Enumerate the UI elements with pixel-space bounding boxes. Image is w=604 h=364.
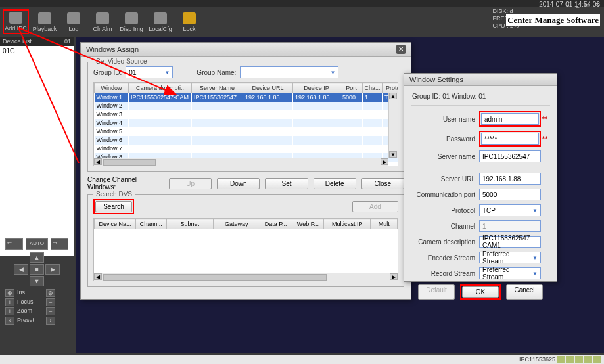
window-table[interactable]: Window Camera descripti.. Server Name De… xyxy=(93,82,398,166)
up-button[interactable]: Up xyxy=(169,178,212,189)
ptz-right-button[interactable]: ▶ xyxy=(45,264,60,275)
iris-open-button[interactable]: ⊕ xyxy=(5,289,14,297)
main-toolbar: Add IPC Playback Log Clr Alm Disp Img Lo… xyxy=(3,9,202,34)
table-row[interactable]: Window 7 xyxy=(95,145,399,153)
tray-icon[interactable] xyxy=(557,356,565,363)
device-list-item[interactable]: 01G xyxy=(3,47,15,55)
ok-button[interactable]: OK xyxy=(462,286,499,298)
table-row[interactable]: Window 6 xyxy=(95,136,399,145)
lock-button[interactable]: Lock xyxy=(176,9,202,34)
window-settings-title: Window Settings xyxy=(409,76,463,83)
password-input[interactable]: ***** xyxy=(481,133,539,145)
focus-plus-button[interactable]: + xyxy=(5,298,14,306)
close-button[interactable]: Close xyxy=(361,178,404,189)
clear-alarm-button[interactable]: Clr Alm xyxy=(89,9,116,34)
ptz-left-button[interactable]: ◀ xyxy=(14,264,28,275)
table-row[interactable]: Window 3 xyxy=(95,110,399,119)
device-list-header: Device List01 xyxy=(0,37,74,46)
ptz-center-button[interactable]: ■ xyxy=(30,264,44,275)
playback-icon xyxy=(38,12,51,24)
windows-assign-title: Windows Assign xyxy=(86,45,139,53)
add-ipc-button[interactable]: Add IPC xyxy=(3,9,29,34)
cancel-button[interactable]: Cancel xyxy=(506,284,543,300)
zoom-in-button[interactable]: + xyxy=(5,307,14,315)
record-stream-select[interactable]: Preferred Stream▼ xyxy=(479,267,541,279)
server-name-input[interactable]: IPC1155362547 xyxy=(479,150,541,162)
protocol-select[interactable]: TCP▼ xyxy=(479,204,541,216)
device-list[interactable]: 01G xyxy=(0,46,74,256)
zoom-out-button[interactable]: − xyxy=(46,307,55,315)
ptz-down-button[interactable]: ▼ xyxy=(30,276,44,286)
set-button[interactable]: Set xyxy=(265,178,308,189)
app-title: Center Manage Software xyxy=(506,14,600,26)
group-name-select[interactable]: ▼ xyxy=(240,66,338,78)
required-icon: ** xyxy=(542,116,550,123)
group-id-label: Group ID: xyxy=(93,69,122,76)
status-bar: IPC11553625 xyxy=(0,355,604,364)
tray-icon[interactable] xyxy=(593,356,601,363)
local-config-icon xyxy=(154,12,167,24)
ptz-prev-button[interactable]: ← xyxy=(5,238,23,250)
dvs-table[interactable]: Device Na... Chann... Subnet Gateway Dat… xyxy=(93,218,398,281)
log-button[interactable]: Log xyxy=(60,9,87,34)
focus-minus-button[interactable]: − xyxy=(46,298,55,306)
channel-input: 1 xyxy=(479,220,541,232)
windows-assign-dialog: Windows Assign ✕ Set Video Source Group … xyxy=(80,42,411,300)
window-settings-titlebar[interactable]: Window Settings xyxy=(404,74,557,86)
chevron-down-icon: ▼ xyxy=(532,255,538,261)
clock: 2014-07-01 14:54:06 xyxy=(539,1,600,8)
ptz-up-button[interactable]: ▲ xyxy=(30,252,44,263)
group-id-select[interactable]: 01▼ xyxy=(126,66,173,78)
search-dvs-legend: Search DVS xyxy=(93,191,135,198)
table-row[interactable]: Window 2 xyxy=(95,102,399,110)
tray-icon[interactable] xyxy=(584,356,592,363)
clear-alarm-icon xyxy=(96,12,109,24)
server-url-input[interactable]: 192.168.1.88 xyxy=(479,173,541,185)
user-name-input[interactable]: admin xyxy=(481,113,539,125)
status-device: IPC11553625 xyxy=(519,356,555,363)
window-settings-header: Group ID: 01 Window: 01 xyxy=(411,91,550,106)
ptz-panel: ←AUTO→ ▲ ◀■▶ ▼ ⊕Iris⊖ +Focus− +Zoom− ‹Pr… xyxy=(5,238,68,326)
preset-next-button[interactable]: › xyxy=(46,317,55,325)
change-channel-windows-label: Change Channel Windows: xyxy=(87,176,164,191)
add-ipc-icon xyxy=(9,12,22,24)
required-icon: ** xyxy=(542,135,550,143)
ptz-auto-button[interactable]: AUTO xyxy=(26,238,48,250)
camera-description-input[interactable]: IPC1155362547-CAM1 xyxy=(479,236,541,248)
preset-prev-button[interactable]: ‹ xyxy=(5,317,14,325)
window-settings-dialog: Window Settings Group ID: 01 Window: 01 … xyxy=(404,73,557,282)
close-icon[interactable]: ✕ xyxy=(396,45,406,54)
tray-icon[interactable] xyxy=(566,356,574,363)
set-video-source-legend: Set Video Source xyxy=(93,58,150,65)
horizontal-scrollbar[interactable]: ◀▶ xyxy=(94,158,388,166)
chevron-down-icon: ▼ xyxy=(532,208,538,214)
down-button[interactable]: Down xyxy=(217,178,260,189)
chevron-down-icon: ▼ xyxy=(330,70,335,76)
table-row[interactable]: Window 1IPC1155362547-CAMIPC115536254719… xyxy=(95,93,399,102)
local-config-button[interactable]: LocalCfg xyxy=(147,9,174,34)
display-image-icon xyxy=(125,12,138,24)
table-row[interactable]: Window 4 xyxy=(95,119,399,127)
comm-port-input[interactable]: 5000 xyxy=(479,189,541,200)
add-button[interactable]: Add xyxy=(352,201,398,212)
playback-button[interactable]: Playback xyxy=(32,9,58,34)
search-button[interactable]: Search xyxy=(95,201,132,212)
chevron-down-icon: ▼ xyxy=(164,70,170,76)
delete-button[interactable]: Delete xyxy=(314,178,356,189)
encoder-stream-select[interactable]: Preferred Stream▼ xyxy=(479,252,541,263)
lock-icon xyxy=(183,12,196,24)
table-row[interactable]: Window 5 xyxy=(95,127,399,136)
chevron-down-icon: ▼ xyxy=(532,271,538,277)
tray-icon[interactable] xyxy=(575,356,583,363)
vertical-scrollbar[interactable]: ▲▼ xyxy=(388,93,398,158)
left-sidebar: Device List01 01G ←AUTO→ ▲ ◀■▶ ▼ ⊕Iris⊖ … xyxy=(0,37,74,364)
log-icon xyxy=(67,12,80,24)
window-titlebar: ? _ ▭ ✕ xyxy=(0,0,604,7)
display-image-button[interactable]: Disp Img xyxy=(118,9,145,34)
windows-assign-titlebar[interactable]: Windows Assign ✕ xyxy=(81,43,411,57)
iris-close-button[interactable]: ⊖ xyxy=(46,289,55,297)
default-button[interactable]: Default xyxy=(418,284,455,300)
ptz-next-button[interactable]: → xyxy=(51,238,68,250)
horizontal-scrollbar[interactable]: ◀▶ xyxy=(94,273,398,281)
group-name-label: Group Name: xyxy=(197,69,236,76)
